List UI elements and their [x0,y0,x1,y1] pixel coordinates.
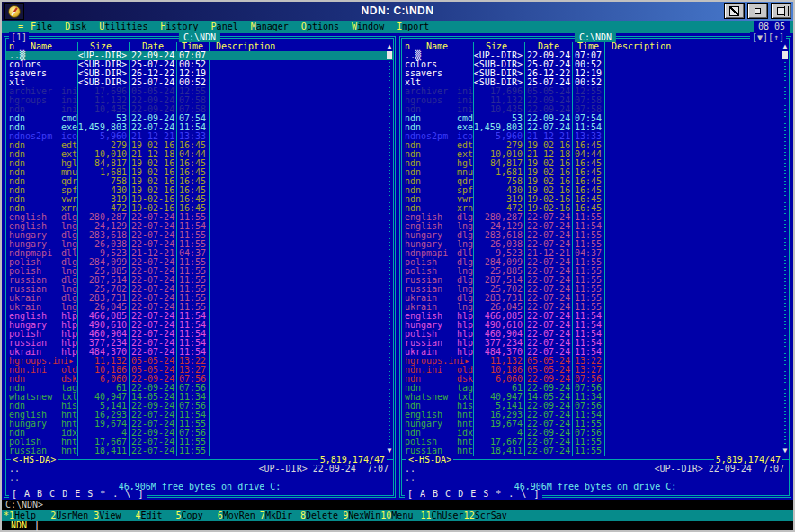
column-header-description[interactable]: Description [612,42,671,51]
window-title: NDN: C:\NDN [2,4,793,17]
column-header-description[interactable]: Description [216,42,275,51]
scrollbar-track[interactable] [784,51,786,447]
selected-file-details: <UP--DIR> 22-09-24 7:07 [259,465,389,474]
file-size: 19,674 [473,420,523,429]
menu-label: mport [402,22,429,31]
fnkey-label: Edit [140,510,162,521]
menu-label: isk [70,22,86,31]
panel-totals: 5,819,174/47 [714,456,782,465]
hide-button[interactable] [724,3,745,19]
clock: 08 05 [754,21,790,33]
fnkey-number: 11 [420,510,431,521]
fnkey-3[interactable]: 3View [94,510,121,521]
scrollbar-thumb[interactable] [782,51,788,59]
text-cursor: | [34,520,40,530]
panel-path[interactable]: C:\NDN [179,32,220,42]
menu-item-import[interactable]: Import [397,21,429,33]
fnkey-label: ScrSav [475,510,507,521]
fnkey-11[interactable]: 11ChUser [420,510,463,521]
function-key-bar: * 1Help2UsrMen3View4Edit5Copy6MovRen7MkD… [2,510,793,521]
fnkey-5[interactable]: 5Copy [176,510,203,521]
column-header-name[interactable]: Name [31,42,52,51]
menu-item-manager[interactable]: Manager [251,21,289,33]
system-menu-button[interactable]: = [18,22,23,31]
column-header-size[interactable]: Size [90,42,112,51]
column-header-date[interactable]: Date [538,42,559,51]
scroll-up-icon[interactable]: ▲ [386,42,393,51]
drive-select-bar[interactable]: [ A B C D E S * . \ ] [9,490,147,499]
panel-path[interactable]: C:\NDN [575,32,616,42]
scrollbar-track[interactable] [389,51,390,447]
selected-file-details: <UP--DIR> 22-09-24 7:07 [655,465,785,474]
fnkey-10[interactable]: 10Menu [380,510,413,521]
column-header-time[interactable]: Time [182,42,203,51]
menu-label: anager [256,22,289,31]
column-header-n[interactable]: n [405,42,410,51]
command-prompt: C:\NDN> [5,500,43,510]
fnkey-label: UsrMen [56,510,88,521]
file-panel-right: C:\NDN[▼][↑]nNameSizeDateTimeDescription… [398,33,793,500]
menu-items: FileDiskUtilitiesHistoryPanelManagerOpti… [31,21,429,33]
file-ext: hnt [61,447,77,456]
fnkey-2[interactable]: 2UsrMen [50,510,88,521]
task-bar: NDN| [2,521,793,530]
menu-item-file[interactable]: File [31,21,52,33]
fnkey-label: MkDir [265,510,292,521]
menu-label: anel [217,22,238,31]
menu-item-options[interactable]: Options [301,21,339,33]
fnkey-label: Delete [306,510,338,521]
menu-label: ptions [307,22,339,31]
minimize-icon [755,8,761,14]
maximize-button[interactable] [771,3,791,19]
mini-status-name: .. [405,474,415,483]
column-header-size[interactable]: Size [486,42,507,51]
file-size: 18,411 [473,447,523,456]
column-header-time[interactable]: Time [577,42,599,51]
fnkey-label: View [99,510,121,521]
command-line[interactable]: C:\NDN> [2,500,793,510]
panel-sort-buttons[interactable]: [▼][↑] [750,32,786,42]
panel-window-number[interactable]: [1] [9,32,29,42]
file-date: 22-07-24 [527,447,570,456]
file-time: 11:55 [575,447,602,456]
fnkey-12[interactable]: 12ScrSav [464,510,507,521]
fnkey-label: Copy [182,510,203,521]
menu-item-utilities[interactable]: Utilities [99,21,147,33]
title-bar[interactable]: NDN: C:\NDN [2,2,793,21]
fnkey-6[interactable]: 6MovRen [218,510,255,521]
hide-icon [729,6,739,16]
scroll-down-icon[interactable]: ▼ [782,447,789,456]
fnkey-number: 10 [380,510,391,521]
panel-scrollbar[interactable]: ▲▼ [386,42,393,456]
file-time: 11:55 [179,447,206,456]
fnkey-4[interactable]: 4Edit [135,510,162,521]
fnkey-8[interactable]: 8Delete [300,510,338,521]
menu-item-panel[interactable]: Panel [211,21,238,33]
menu-label: ile [36,22,52,31]
fnkey-9[interactable]: 9NexWin [343,510,380,521]
fnkey-number: 12 [464,510,475,521]
column-header-n[interactable]: n [9,42,14,51]
panel-scrollbar[interactable]: ▲▼ [782,42,789,456]
fnkey-label: NexWin [348,510,380,521]
column-header-name[interactable]: Name [426,42,448,51]
scrollbar-thumb[interactable] [387,51,392,59]
file-panel-left: C:\NDN[1]nNameSizeDateTimeDescription..▒… [2,33,398,500]
column-header-date[interactable]: Date [142,42,164,51]
panel-totals: 5,819,174/47 [318,456,387,465]
file-size: 19,674 [77,420,127,429]
menu-item-history[interactable]: History [160,21,198,33]
drive-select-bar[interactable]: [ A B C D E S * . \ ] [405,490,542,499]
menu-item-disk[interactable]: Disk [65,21,86,33]
scroll-down-icon[interactable]: ▼ [386,447,393,456]
scroll-up-icon[interactable]: ▲ [782,42,789,51]
task-item-ndn[interactable]: NDN [11,520,27,530]
fnkey-7[interactable]: 7MkDir [260,510,292,521]
fnkey-label: MovRen [223,510,255,521]
minimize-button[interactable] [747,3,768,19]
file-date: 22-07-24 [131,447,174,456]
maximize-icon [777,7,785,15]
menu-item-window[interactable]: Window [352,21,384,33]
window-buttons [724,3,791,19]
fnkey-label: Menu [391,510,413,521]
